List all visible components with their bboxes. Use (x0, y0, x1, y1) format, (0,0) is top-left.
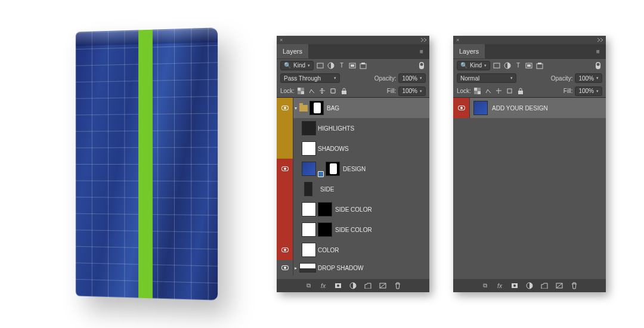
eye-icon (458, 106, 465, 110)
lock-artboard-icon[interactable] (506, 87, 514, 95)
panel-menu-icon[interactable]: ≡ (417, 47, 426, 55)
visibility-toggle[interactable] (277, 199, 293, 219)
trash-icon[interactable] (394, 282, 401, 289)
lock-artboard-icon[interactable] (329, 87, 338, 95)
expand-icon[interactable]: ▾ (293, 106, 299, 111)
layer-bag[interactable]: ▾ BAG (277, 98, 429, 118)
blend-mode-select[interactable]: Normal ▾ (457, 73, 516, 83)
filter-type-icon[interactable]: T (338, 61, 346, 70)
visibility-toggle[interactable] (277, 260, 293, 276)
adjustment-icon[interactable] (526, 282, 533, 289)
expand-icon[interactable]: ▸ (293, 265, 299, 271)
filter-smart-icon[interactable] (359, 61, 367, 70)
filter-kind-select[interactable]: 🔍 Kind ▾ (457, 61, 490, 70)
layer-highlights[interactable]: HIGHLIGHTS (277, 118, 429, 138)
svg-rect-9 (298, 88, 301, 91)
tab-layers[interactable]: Layers (453, 44, 485, 58)
layer-thumb[interactable] (302, 162, 316, 176)
close-icon[interactable]: × (456, 37, 459, 43)
visibility-toggle[interactable] (277, 179, 293, 199)
layer-side[interactable]: SIDE (277, 179, 429, 199)
layer-mask-thumb[interactable] (309, 101, 324, 115)
lock-pixels-icon[interactable] (484, 87, 493, 95)
new-layer-icon[interactable] (556, 282, 563, 289)
filter-pixel-icon[interactable] (493, 61, 501, 70)
lock-all-icon[interactable] (340, 87, 348, 95)
filter-kind-select[interactable]: 🔍 Kind ▾ (280, 61, 314, 70)
tab-layers[interactable]: Layers (277, 44, 308, 58)
opacity-field[interactable]: 100%▾ (398, 73, 426, 83)
lock-position-icon[interactable] (318, 87, 327, 95)
layer-thumb[interactable] (299, 263, 316, 273)
link-layers-icon[interactable]: ⧉ (481, 282, 488, 289)
layer-name: SIDE COLOR (335, 206, 372, 213)
filter-pixel-icon[interactable] (316, 61, 324, 70)
lock-transparent-icon[interactable] (297, 87, 305, 95)
filter-smart-icon[interactable] (535, 61, 544, 70)
layers-panel-smartobject: × Layers ≡ 🔍 Kind ▾ T Normal ▾ Opacity: … (453, 36, 606, 292)
mask-icon[interactable] (511, 282, 518, 289)
visibility-toggle[interactable] (277, 98, 293, 118)
layer-sidecolor-1[interactable]: SIDE COLOR (277, 199, 429, 219)
fx-icon[interactable]: fx (496, 282, 503, 289)
mask-icon[interactable] (335, 282, 342, 289)
opacity-field[interactable]: 100%▾ (575, 73, 602, 83)
blend-mode-select[interactable]: Pass Through ▾ (280, 73, 340, 83)
visibility-toggle[interactable] (277, 118, 293, 138)
group-icon[interactable] (541, 282, 548, 289)
layer-mask-thumb[interactable] (318, 202, 332, 216)
fill-field[interactable]: 100%▾ (398, 86, 426, 96)
layer-color[interactable]: COLOR (277, 240, 429, 260)
group-icon[interactable] (364, 282, 371, 289)
layer-list: ADD YOUR DESIGN (453, 98, 606, 279)
visibility-toggle[interactable] (277, 240, 293, 260)
layer-thumb[interactable] (302, 222, 316, 237)
layer-thumb[interactable] (302, 141, 316, 156)
blend-row: Pass Through ▾ Opacity: 100%▾ (277, 72, 429, 85)
layer-thumb[interactable] (302, 202, 316, 216)
collapse-icon[interactable] (420, 38, 426, 42)
close-icon[interactable]: × (280, 37, 283, 43)
filter-shape-icon[interactable] (525, 61, 533, 70)
fill-value: 100% (402, 88, 417, 94)
layer-sidecolor-2[interactable]: SIDE COLOR (277, 219, 429, 240)
lock-all-icon[interactable] (516, 87, 525, 95)
layer-name: ADD YOUR DESIGN (492, 105, 548, 112)
blend-mode-value: Normal (460, 75, 479, 82)
visibility-toggle[interactable] (277, 219, 293, 240)
filter-toggle-icon[interactable] (594, 61, 602, 70)
trash-icon[interactable] (571, 282, 578, 289)
layer-design[interactable]: DESIGN (277, 159, 429, 179)
svg-rect-22 (538, 63, 541, 64)
filter-toggle-icon[interactable] (417, 61, 426, 70)
panel-menu-icon[interactable]: ≡ (594, 47, 602, 55)
layer-add-your-design[interactable]: ADD YOUR DESIGN (453, 98, 606, 118)
fx-icon[interactable]: fx (320, 282, 327, 289)
layer-mask-thumb[interactable] (318, 222, 332, 237)
visibility-toggle[interactable] (453, 98, 470, 118)
filter-adjust-icon[interactable] (327, 61, 335, 70)
layer-thumb[interactable] (304, 182, 312, 196)
tab-label: Layers (283, 48, 302, 55)
lock-transparent-icon[interactable] (473, 87, 482, 95)
layer-thumb[interactable] (302, 121, 316, 135)
svg-rect-4 (360, 64, 366, 69)
filter-adjust-icon[interactable] (503, 61, 512, 70)
collapse-icon[interactable] (597, 38, 603, 42)
filter-shape-icon[interactable] (348, 61, 357, 70)
layer-mask-thumb[interactable] (326, 162, 340, 176)
lock-pixels-icon[interactable] (308, 87, 316, 95)
layer-drop-shadow[interactable]: ▸ DROP SHADOW (277, 260, 429, 276)
visibility-toggle[interactable] (277, 138, 293, 159)
link-layers-icon[interactable]: ⧉ (305, 282, 312, 289)
visibility-toggle[interactable] (277, 159, 293, 179)
chevron-down-icon: ▾ (596, 89, 599, 94)
layer-thumb[interactable] (302, 243, 316, 257)
fill-field[interactable]: 100%▾ (575, 86, 602, 96)
layer-thumb[interactable] (473, 101, 488, 115)
new-layer-icon[interactable] (379, 282, 386, 289)
lock-position-icon[interactable] (495, 87, 503, 95)
filter-type-icon[interactable]: T (514, 61, 522, 70)
layer-shadows[interactable]: SHADOWS (277, 138, 429, 159)
adjustment-icon[interactable] (349, 282, 357, 289)
